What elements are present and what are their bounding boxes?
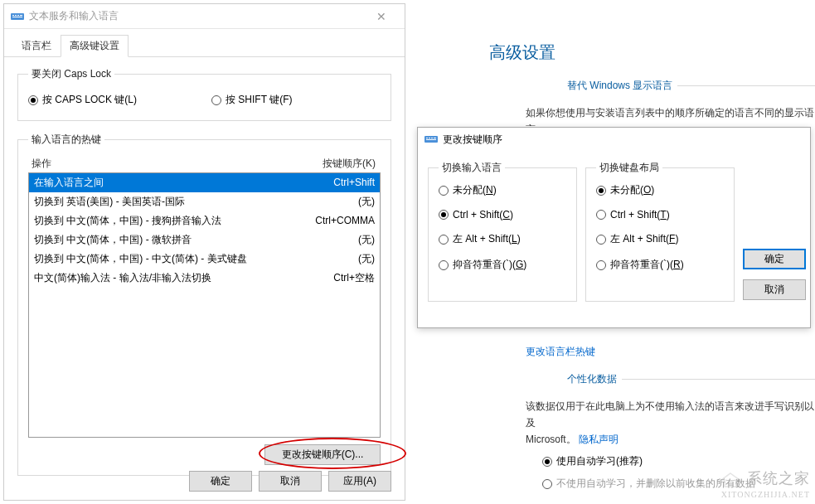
watermark: 系统之家 XITONGZHIJIA.NET: [718, 468, 811, 499]
radio-icon: [596, 235, 606, 245]
page-heading: 高级设置: [489, 41, 815, 64]
list-item[interactable]: 切换到 中文(简体，中国) - 微软拼音(无): [29, 230, 380, 250]
svg-rect-5: [12, 17, 22, 17]
radio-shift-key[interactable]: 按 SHIFT 键(F): [211, 93, 292, 107]
radio-icon: [439, 235, 449, 245]
radio-capslock-key[interactable]: 按 CAPS LOCK 键(L): [28, 93, 137, 107]
svg-rect-2: [15, 15, 17, 16]
svg-rect-11: [426, 139, 436, 140]
radio-ctrl-shift[interactable]: Ctrl + Shift(T): [596, 209, 725, 220]
svg-rect-9: [431, 138, 433, 138]
svg-rect-1: [12, 15, 14, 16]
ok-button[interactable]: 确定: [743, 249, 806, 269]
radio-icon: [596, 186, 606, 196]
ok-button[interactable]: 确定: [189, 471, 252, 492]
radio-auto-learn-on[interactable]: 使用自动学习(推荐): [542, 454, 643, 468]
list-item[interactable]: 切换到 中文(简体，中国) - 搜狗拼音输入法Ctrl+COMMA: [29, 211, 380, 230]
radio-icon: [439, 260, 449, 270]
keyboard-icon: [11, 10, 24, 23]
radio-grave-accent[interactable]: 抑音符重音(`)(R): [596, 258, 725, 272]
group-legend: 切换键盘布局: [596, 161, 662, 175]
titlebar[interactable]: 更改按键顺序: [418, 128, 810, 151]
change-key-sequence-dialog: 更改按键顺序 切换输入语言 未分配(N) Ctrl + Shift(C) 左 A…: [417, 127, 811, 328]
dialog-title: 文本服务和输入语言: [29, 9, 365, 23]
radio-ctrl-shift[interactable]: Ctrl + Shift(C): [439, 209, 568, 220]
list-item[interactable]: 中文(简体)输入法 - 输入法/非输入法切换Ctrl+空格: [29, 269, 380, 288]
radio-icon: [211, 95, 221, 105]
privacy-link[interactable]: 隐私声明: [579, 434, 619, 445]
apply-button[interactable]: 应用(A): [328, 471, 391, 492]
change-key-sequence-button[interactable]: 更改按键顺序(C)...: [264, 444, 381, 465]
radio-icon: [542, 479, 552, 489]
change-language-bar-hotkey-link[interactable]: 更改语言栏热键: [526, 346, 595, 357]
tab-advanced-keys[interactable]: 高级键设置: [61, 35, 129, 57]
tab-language-bar[interactable]: 语言栏: [12, 35, 61, 57]
list-header: 操作 按键顺序(K): [28, 155, 381, 172]
radio-icon: [439, 210, 449, 220]
switch-keyboard-layout-group: 切换键盘布局 未分配(O) Ctrl + Shift(T) 左 Alt + Sh…: [585, 161, 735, 302]
tab-strip: 语言栏 高级键设置: [4, 34, 405, 57]
radio-icon: [542, 457, 552, 467]
radio-grave-accent[interactable]: 抑音符重音(`)(G): [439, 258, 568, 272]
close-button[interactable]: ✕: [365, 10, 398, 23]
dialog-buttons: 确定 取消 应用(A): [189, 471, 391, 492]
radio-icon: [28, 95, 38, 105]
titlebar[interactable]: 文本服务和输入语言 ✕: [4, 4, 405, 29]
svg-rect-8: [429, 138, 430, 138]
list-item[interactable]: 在输入语言之间Ctrl+Shift: [29, 173, 380, 192]
radio-icon: [596, 260, 606, 270]
radio-unassigned[interactable]: 未分配(O): [596, 183, 725, 197]
switch-input-language-group: 切换输入语言 未分配(N) Ctrl + Shift(C) 左 Alt + Sh…: [428, 161, 577, 302]
cancel-button[interactable]: 取消: [259, 471, 322, 492]
section-personal-data: 个性化数据: [567, 372, 617, 386]
radio-icon: [439, 186, 449, 196]
radio-alt-shift[interactable]: 左 Alt + Shift(F): [596, 232, 725, 246]
hotkey-listbox[interactable]: 在输入语言之间Ctrl+Shift 切换到 英语(美国) - 美国英语-国际(无…: [28, 172, 381, 438]
capslock-legend: 要关闭 Caps Lock: [28, 67, 114, 81]
hotkey-legend: 输入语言的热键: [28, 133, 104, 147]
dialog-title: 更改按键顺序: [443, 133, 803, 147]
capslock-group: 要关闭 Caps Lock 按 CAPS LOCK 键(L) 按 SHIFT 键…: [17, 67, 391, 121]
radio-alt-shift[interactable]: 左 Alt + Shift(L): [439, 232, 568, 246]
radio-icon: [596, 210, 606, 220]
hotkey-group: 输入语言的热键 操作 按键顺序(K) 在输入语言之间Ctrl+Shift 切换到…: [17, 133, 391, 476]
section-override-language: 替代 Windows 显示语言: [567, 79, 672, 93]
svg-rect-7: [426, 138, 428, 138]
text-services-dialog: 文本服务和输入语言 ✕ 语言栏 高级键设置 要关闭 Caps Lock 按 CA…: [3, 3, 405, 501]
svg-rect-10: [434, 138, 436, 138]
svg-rect-4: [20, 15, 22, 16]
radio-unassigned[interactable]: 未分配(N): [439, 183, 568, 197]
section2-text: 该数据仅用于在此电脑上为不使用输入法的语言来改进手写识别以及 Microsoft…: [526, 398, 815, 448]
list-item[interactable]: 切换到 英语(美国) - 美国英语-国际(无): [29, 192, 380, 211]
list-item[interactable]: 切换到 中文(简体，中国) - 中文(简体) - 美式键盘(无): [29, 250, 380, 269]
cancel-button[interactable]: 取消: [743, 279, 806, 300]
svg-rect-3: [17, 15, 19, 16]
group-legend: 切换输入语言: [439, 161, 505, 175]
keyboard-icon: [424, 133, 438, 146]
